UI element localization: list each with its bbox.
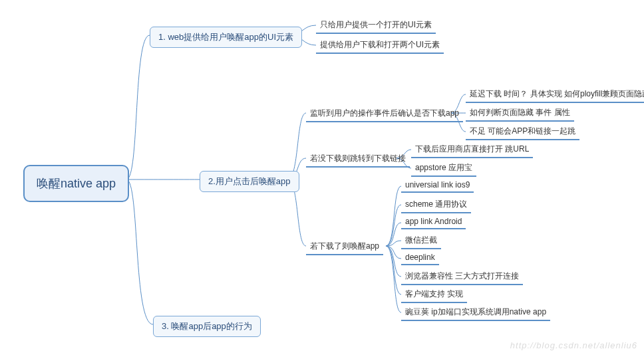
branch-1-leaf-1[interactable]: 提供给用户下载和打开两个UI元素 [316, 38, 444, 54]
branch-3-title: 3. 唤醒app后app的行为 [162, 321, 252, 331]
branch-2-title: 2.用户点击后唤醒app [208, 176, 291, 186]
branch-2-sub-3-leaf-0[interactable]: universial link ios9 [401, 179, 474, 193]
branch-2-sub-1-leaf-1[interactable]: 如何判断页面隐藏 事件 属性 [466, 106, 574, 122]
branch-2-sub-1[interactable]: 监听到用户的操作事件后确认是否下载app [306, 106, 463, 122]
branch-2-sub-2-leaf-0[interactable]: 下载后应用商店直接打开 跳URL [411, 142, 533, 158]
branch-1[interactable]: 1. web提供给用户唤醒app的UI元素 [150, 27, 302, 48]
branch-2-sub-3-leaf-4[interactable]: deeplink [401, 251, 439, 265]
branch-2[interactable]: 2.用户点击后唤醒app [200, 171, 299, 192]
branch-1-leaf-0[interactable]: 只给用户提供一个打开的UI元素 [316, 18, 436, 34]
watermark: http://blog.csdn.net/allenliu6 [510, 340, 637, 350]
branch-2-sub-1-leaf-0[interactable]: 延迟下载 时间？ 具体实现 如何ployfill兼顾页面隐藏 [466, 87, 644, 103]
root-title: 唤醒native app [37, 177, 116, 190]
root-node[interactable]: 唤醒native app [23, 165, 129, 202]
branch-2-sub-2-leaf-1[interactable]: appstore 应用宝 [411, 161, 476, 177]
branch-3[interactable]: 3. 唤醒app后app的行为 [153, 316, 261, 337]
branch-2-sub-3-leaf-2[interactable]: app link Android [401, 215, 466, 229]
branch-2-sub-3-leaf-7[interactable]: 豌豆荚 ip加端口实现系统调用native app [401, 305, 550, 321]
branch-2-sub-3-leaf-3[interactable]: 微信拦截 [401, 233, 441, 249]
branch-2-sub-3-leaf-6[interactable]: 客户端支持 实现 [401, 287, 467, 303]
branch-2-sub-3-leaf-1[interactable]: scheme 通用协议 [401, 197, 471, 213]
branch-2-sub-2[interactable]: 若没下载则跳转到下载链接 [306, 152, 410, 168]
branch-2-sub-3-leaf-5[interactable]: 浏览器兼容性 三大方式打开连接 [401, 269, 523, 285]
branch-2-sub-1-leaf-2[interactable]: 不足 可能会APP和链接一起跳 [466, 124, 579, 140]
branch-1-title: 1. web提供给用户唤醒app的UI元素 [158, 32, 293, 42]
branch-2-sub-3[interactable]: 若下载了则唤醒app [306, 239, 383, 255]
